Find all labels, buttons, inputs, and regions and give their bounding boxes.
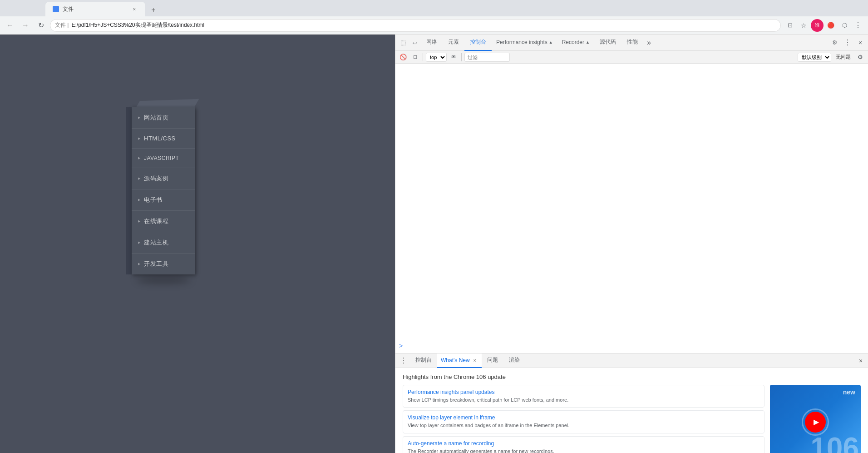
tab-render[interactable]: 渲染 [503, 353, 525, 368]
whats-new-close-icon[interactable]: × [472, 357, 478, 363]
bookmark-btn[interactable]: ☆ [797, 19, 810, 32]
console-area: > [395, 64, 868, 353]
menu-arrow-5: ▶ [138, 219, 140, 223]
devtools-toolbar-right: ⚙ ⋮ × [829, 37, 866, 49]
tab-whats-new[interactable]: What's New × [437, 353, 482, 368]
tab-more-btn[interactable]: » [643, 35, 655, 51]
devtools-subtoolbar: 🚫 ⊟ top 👁 默认级别 无问题 ⚙ [395, 51, 868, 64]
feature-title-1: Visualize top layer element in iframe [408, 414, 760, 421]
tab-yuandaima[interactable]: 源代码 [594, 35, 621, 51]
bottom-panel: ⋮ 控制台 What's New × 问题 渲染 × Highlights fr… [395, 353, 868, 453]
feature-item-1[interactable]: Visualize top layer element in iframe Vi… [403, 410, 764, 433]
reload-btn[interactable]: ↻ [35, 19, 47, 32]
new-tab-btn[interactable]: + [147, 4, 160, 16]
tab-issues[interactable]: 问题 [482, 353, 503, 368]
menu-3d-front: ▶ 网站首页 ▶ HTML/CSS ▶ JAVASCRIPT ▶ 源码案例 ▶ [132, 107, 195, 274]
chrome-menu-btn[interactable]: ⋮ [852, 19, 864, 32]
console-prompt-line: > [395, 340, 868, 351]
whats-new-label: What's New [441, 357, 470, 363]
menu-arrow-0: ▶ [138, 116, 140, 119]
eye-btn[interactable]: 👁 [449, 52, 459, 62]
active-tab[interactable]: 文件 × [45, 2, 145, 16]
subtoolbar-separator-2 [461, 53, 462, 61]
performance-insights-icon: ▲ [549, 40, 553, 45]
browser-chrome: 文件 × + ← → ↻ 文件 | E:/pdf1/H5+JS+CSS3%20实… [0, 0, 868, 35]
video-thumbnail: ▶ new 106 [770, 385, 861, 453]
recorder-label: Recorder [562, 39, 584, 45]
tab-konzhitai[interactable]: 控制台 [464, 35, 492, 51]
tab-favicon [53, 6, 59, 12]
feature-item-0[interactable]: Performance insights panel updates Show … [403, 385, 764, 408]
device-toggle-btn[interactable]: ▱ [409, 37, 421, 49]
feature-item-2[interactable]: Auto-generate a name for recording The R… [403, 436, 764, 453]
profile-btn[interactable]: 谁 [811, 19, 824, 32]
menu-shadow [136, 276, 191, 284]
address-prefix: 文件 | [55, 21, 69, 29]
menu-item-4[interactable]: ▶ 电子书 [132, 189, 195, 211]
subtoolbar-separator-1 [423, 53, 423, 61]
whats-new-content: Highlights from the Chrome 106 update Pe… [395, 368, 868, 453]
forward-btn[interactable]: → [19, 19, 32, 32]
menu-label-7: 开发工具 [144, 260, 168, 268]
video-number: 106 [810, 433, 859, 453]
menu-label-4: 电子书 [144, 196, 163, 204]
tab-console-bottom[interactable]: 控制台 [410, 353, 437, 368]
clear-console-btn[interactable]: 🚫 [398, 52, 408, 62]
back-btn[interactable]: ← [4, 19, 16, 32]
menu-arrow-3: ▶ [138, 177, 140, 180]
feature-desc-1: View top layer containers and badges of … [408, 422, 760, 429]
menu-label-1: HTML/CSS [144, 135, 176, 142]
tab-title: 文件 [63, 5, 127, 13]
menu-item-2[interactable]: ▶ JAVASCRIPT [132, 149, 195, 168]
tab-wangluo[interactable]: 网络 [421, 35, 443, 51]
bottom-dots-menu[interactable]: ⋮ [397, 356, 410, 365]
menu-arrow-1: ▶ [138, 137, 140, 140]
extensions-btn[interactable]: ⬡ [838, 19, 851, 32]
video-play-btn[interactable]: ▶ [805, 412, 826, 433]
devtools-toolbar: ⬚ ▱ 网络 元素 控制台 Performance insights ▲ Rec… [395, 35, 868, 51]
inspect-element-btn[interactable]: ⬚ [397, 37, 409, 49]
whats-new-layout: Performance insights panel updates Show … [403, 385, 861, 453]
devtools-panel: ⬚ ▱ 网络 元素 控制台 Performance insights ▲ Rec… [395, 35, 868, 453]
address-bar[interactable]: 文件 | E:/pdf1/H5+JS+CSS3%20实现圣诞情景/test/in… [50, 19, 781, 32]
filter-input[interactable] [464, 53, 510, 62]
browser-toolbar: ← → ↻ 文件 | E:/pdf1/H5+JS+CSS3%20实现圣诞情景/t… [0, 16, 868, 35]
menu-item-0[interactable]: ▶ 网站首页 [132, 107, 195, 129]
menu-item-3[interactable]: ▶ 源码案例 [132, 168, 195, 189]
menu-item-5[interactable]: ▶ 在线课程 [132, 211, 195, 232]
performance-insights-label: Performance insights [496, 39, 547, 45]
recorder-icon: ▲ [586, 40, 590, 45]
menu-arrow-7: ▶ [138, 262, 140, 266]
feature-title-2: Auto-generate a name for recording [408, 440, 760, 447]
menu-item-6[interactable]: ▶ 建站主机 [132, 232, 195, 254]
level-select[interactable]: 默认级别 [798, 53, 831, 62]
issue-label: 无问题 [833, 54, 853, 60]
context-select[interactable]: top [426, 53, 447, 62]
menu-label-0: 网站首页 [144, 114, 168, 122]
menu-label-2: JAVASCRIPT [144, 155, 179, 161]
extension-btn[interactable]: 🔴 [824, 19, 837, 32]
bottom-panel-close[interactable]: × [855, 355, 866, 366]
tab-performance-insights[interactable]: Performance insights ▲ [492, 35, 557, 51]
subtoolbar-right: 默认级别 无问题 ⚙ [798, 52, 865, 62]
feature-desc-0: Show LCP timings breakdown, critical pat… [408, 397, 760, 403]
toolbar-icons: ⊡ ☆ 谁 🔴 ⬡ ⋮ [784, 19, 864, 32]
devtools-close-btn[interactable]: × [854, 37, 866, 49]
menu-item-7[interactable]: ▶ 开发工具 [132, 254, 195, 274]
devtools-settings-btn[interactable]: ⚙ [829, 37, 841, 49]
whats-new-features: Performance insights panel updates Show … [403, 385, 764, 453]
tab-yuansu[interactable]: 元素 [443, 35, 464, 51]
tab-recorder[interactable]: Recorder ▲ [557, 35, 594, 51]
video-circle-outer: ▶ [802, 408, 829, 436]
console-caret-icon: > [399, 342, 403, 349]
devtools-more-btn[interactable]: ⋮ [842, 37, 853, 49]
tab-xingneng[interactable]: 性能 [621, 35, 643, 51]
tab-close-icon[interactable]: × [131, 5, 138, 13]
subtoolbar-settings-btn[interactable]: ⚙ [855, 52, 865, 62]
feature-title-0: Performance insights panel updates [408, 389, 760, 395]
menu-item-1[interactable]: ▶ HTML/CSS [132, 129, 195, 149]
video-play-icon: ▶ [814, 418, 819, 426]
filter-toggle-btn[interactable]: ⊟ [410, 52, 420, 62]
main-layout: ▶ 网站首页 ▶ HTML/CSS ▶ JAVASCRIPT ▶ 源码案例 ▶ [0, 35, 868, 453]
cast-btn[interactable]: ⊡ [784, 19, 796, 32]
